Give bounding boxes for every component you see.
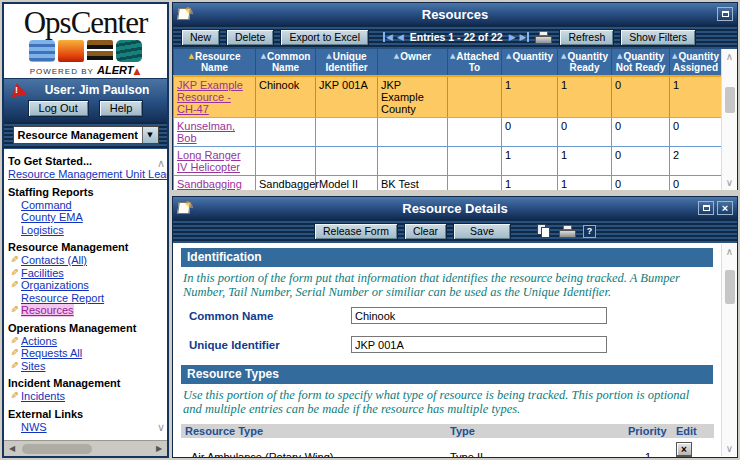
resource-link[interactable]: Long Ranger IV Helicopter <box>177 149 241 173</box>
cell <box>316 147 378 176</box>
notepad-icon: ✎ <box>177 201 193 215</box>
sidebar-item-resource-management-unit-lead[interactable]: Resource Management Unit Lead <box>8 168 153 181</box>
cell: 1 <box>558 147 612 176</box>
nav-section-title: Incident Management <box>8 377 153 390</box>
scroll-up-icon[interactable]: ∧ <box>722 51 737 62</box>
print-icon[interactable] <box>535 31 553 44</box>
edit-row-button[interactable] <box>676 456 692 457</box>
table-row: Air Ambulance (Rotary-Wing) Type II 1 × <box>181 438 714 457</box>
common-name-field[interactable] <box>351 307 607 324</box>
column-owner[interactable]: ▲Owner <box>378 49 448 76</box>
scroll-up-icon[interactable]: ∧ <box>722 246 737 257</box>
scroll-down-icon[interactable]: ∨ <box>722 177 737 188</box>
sidebar-item-facilities[interactable]: ✎Facilities <box>8 267 153 280</box>
resource-link[interactable]: Sandbagging Machine <box>177 178 242 190</box>
delete-button[interactable]: Delete <box>226 29 274 46</box>
sidebar-item-resources[interactable]: ✎Resources <box>8 304 153 317</box>
priority-cell: 1 <box>624 438 672 457</box>
column-quantity-assigned[interactable]: ▲Quantity Assigned <box>670 49 722 76</box>
pencil-icon: ✎ <box>8 360 21 373</box>
scrollbar-thumb[interactable] <box>725 87 735 113</box>
scroll-right-icon[interactable]: ▶ <box>151 444 167 453</box>
release-form-button[interactable]: Release Form <box>314 223 398 240</box>
close-icon: × <box>722 203 728 213</box>
cell <box>378 118 448 147</box>
column-unique-identifier[interactable]: ▲Unique Identifier <box>316 49 378 76</box>
resources-vertical-scrollbar[interactable]: ∧ ∨ <box>721 49 737 190</box>
export-to-excel-button[interactable]: Export to Excel <box>280 29 369 46</box>
sidebar-item-incidents[interactable]: ✎Incidents <box>8 390 153 403</box>
close-button[interactable]: × <box>717 201 733 215</box>
user-label: User: Jim Paulson <box>32 83 162 97</box>
resource-details-window: ✎ Resource Details × Release Form Clear … <box>172 196 738 458</box>
copy-icon[interactable] <box>537 224 553 238</box>
last-page-icon[interactable]: ▶ <box>520 32 530 42</box>
earth-tile-icon <box>87 40 113 62</box>
sidebar-item-nws[interactable]: NWS <box>8 421 153 434</box>
sidebar-item-logistics[interactable]: Logistics <box>8 224 153 237</box>
maximize-button[interactable] <box>698 201 714 215</box>
prev-page-icon[interactable]: ◀ <box>397 32 404 42</box>
resource-link[interactable]: Kunselman, Bob <box>177 120 235 144</box>
sidebar-item-sites[interactable]: ✎Sites <box>8 360 153 373</box>
show-filters-button[interactable]: Show Filters <box>620 29 696 46</box>
column-resource-name[interactable]: ▲Resource Name <box>174 49 256 76</box>
resource-types-description: Use this portion of the form to specify … <box>183 389 711 416</box>
first-page-icon[interactable]: ◀ <box>383 32 393 42</box>
column-quantity-ready[interactable]: ▲Quantity Ready <box>558 49 612 76</box>
maximize-button[interactable] <box>717 7 733 21</box>
fire-tile-icon <box>58 40 84 62</box>
sidebar-item-organizations[interactable]: ✎Organizations <box>8 279 153 292</box>
unique-identifier-field[interactable] <box>351 336 607 353</box>
logout-button[interactable]: Log Out <box>28 100 89 117</box>
column-attached-to[interactable]: ▲Attached To <box>448 49 502 76</box>
sidebar-item-county-ema[interactable]: County EMA <box>8 211 153 224</box>
cell: 0 <box>670 118 722 147</box>
sort-icon: ▲ <box>450 52 455 60</box>
scroll-down-icon[interactable]: ∨ <box>722 443 737 454</box>
column-quantity-not-ready[interactable]: ▲Quantity Not Ready <box>612 49 670 76</box>
module-select[interactable]: Resource Management ▼ <box>13 126 159 144</box>
sort-icon: ▲ <box>326 52 331 60</box>
delete-row-button[interactable]: × <box>676 442 692 456</box>
help-icon[interactable]: ? <box>583 225 596 238</box>
scrollbar-thumb[interactable] <box>725 270 735 304</box>
scrollbar-thumb[interactable] <box>22 444 92 454</box>
alert-brand: ALERT <box>97 64 133 76</box>
sidebar-item-contacts-all[interactable]: ✎Contacts (All) <box>8 254 153 267</box>
column-common-name[interactable]: ▲Common Name <box>256 49 316 76</box>
sort-icon: ▲ <box>561 52 566 60</box>
sidebar-item-actions[interactable]: ✎Actions <box>8 335 153 348</box>
alert-triangle-icon: ▲ <box>133 66 141 76</box>
sort-icon: ▲ <box>672 52 677 60</box>
cell: 0 <box>612 118 670 147</box>
column-quantity[interactable]: ▲Quantity <box>502 49 558 76</box>
help-button[interactable]: Help <box>99 100 144 117</box>
details-vertical-scrollbar[interactable]: ∧ ∨ <box>721 244 737 456</box>
nav-section-title: Operations Management <box>8 322 153 335</box>
sidebar-horizontal-scrollbar[interactable]: ◀ ▶ <box>4 440 167 456</box>
print-icon[interactable] <box>559 225 577 238</box>
sidebar-item-command[interactable]: Command <box>8 199 153 212</box>
resource-types-section-header: Resource Types <box>181 365 713 384</box>
pencil-icon: ✎ <box>8 267 21 280</box>
pencil-icon: ✎ <box>8 254 21 267</box>
resources-titlebar: ✎ Resources <box>173 3 737 25</box>
new-button[interactable]: New <box>181 29 220 46</box>
cell: BK Test County <box>378 176 448 191</box>
save-button[interactable]: Save <box>453 223 511 240</box>
sidebar-item-requests-all[interactable]: ✎Requests All <box>8 347 153 360</box>
sidebar-item-resource-report[interactable]: Resource Report <box>8 292 153 305</box>
next-page-icon[interactable]: ▶ <box>509 32 516 42</box>
nav-section-title: Resource Management <box>8 241 153 254</box>
clear-button[interactable]: Clear <box>404 223 447 240</box>
scroll-left-icon[interactable]: ◀ <box>4 444 20 453</box>
pencil-icon: ✎ <box>8 304 21 317</box>
cell: Sandbagger <box>256 176 316 191</box>
scroll-down-icon[interactable]: ∨ <box>157 421 165 434</box>
resources-window-title: Resources <box>173 7 737 22</box>
cell: 0 <box>558 118 612 147</box>
scroll-up-icon[interactable]: ∧ <box>157 157 165 170</box>
resource-link[interactable]: JKP Example Resource - CH-47 <box>177 79 243 115</box>
refresh-button[interactable]: Refresh <box>559 29 614 46</box>
